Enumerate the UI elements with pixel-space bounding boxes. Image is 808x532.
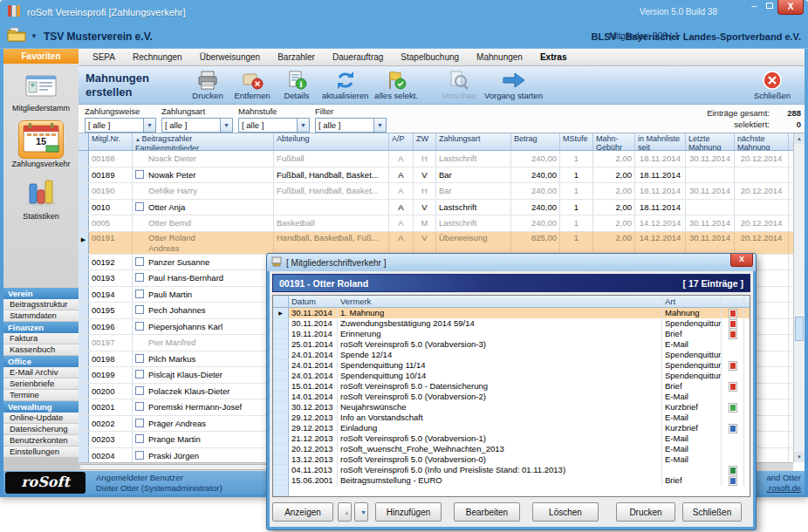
website-link[interactable]: .rosoft.de <box>766 483 801 494</box>
sidebar-item-statistiken[interactable]: Statistiken <box>3 176 79 221</box>
column-header-letzte[interactable]: LetzteMahnung <box>686 133 735 150</box>
sidebar-item-faktura[interactable]: Faktura <box>3 333 79 344</box>
menu-item-rechnungen[interactable]: Rechnungen <box>124 49 191 65</box>
sidebar-item-zahlungsverkehr[interactable]: 15Zahlungsverkehr <box>3 120 79 168</box>
toolbar-button-entfernen[interactable]: Entfernen <box>233 69 271 100</box>
toolbar-button-aktualisieren[interactable]: aktualisieren <box>322 69 368 100</box>
hinzufuegen-button[interactable]: Hinzufügen <box>375 502 442 522</box>
menu-item-barzahler[interactable]: Barzahler <box>269 49 324 65</box>
row-checkbox[interactable] <box>135 386 144 395</box>
row-checkbox[interactable] <box>135 419 144 427</box>
correspondence-row[interactable]: 24.01.2014Spendenquittung 11/14Spendenqu… <box>273 360 750 371</box>
correspondence-row[interactable]: 04.11.2013roSoft Vereinsprofi 5.0 (Info … <box>273 465 750 475</box>
sidebar-item-datensicherung[interactable]: Datensicherung <box>3 424 79 435</box>
drucken-button[interactable]: Drucken <box>616 502 675 522</box>
row-checkbox[interactable] <box>135 402 144 411</box>
sidebar-item-beitragsstruktur[interactable]: Beitragsstruktur <box>3 299 79 310</box>
menu-item-extras[interactable]: Extras <box>531 49 576 65</box>
toolbar-button-alles-selekt[interactable]: alles selekt. <box>374 69 418 100</box>
column-header-mstufe[interactable]: MStufe <box>560 133 593 150</box>
column-header-zw[interactable]: ZW <box>414 133 436 150</box>
table-row[interactable]: 0005Otter BerndBasketballAMLastschrift24… <box>79 215 793 232</box>
column-header-mitgl-nr[interactable]: Mitgl.Nr. <box>89 133 133 150</box>
column-header-nächste[interactable]: nächsteMahnung <box>735 133 789 150</box>
column-header-a-p[interactable]: A/P <box>389 133 414 150</box>
menu-item-überweisungen[interactable]: Überweisungen <box>191 49 270 65</box>
scrollbar-thumb[interactable] <box>795 317 804 341</box>
correspondence-row[interactable]: 29.12.2013EinladungKurzbrief <box>273 423 750 433</box>
sidebar-item-serienbriefe[interactable]: Serienbriefe <box>3 379 79 390</box>
row-checkbox[interactable] <box>135 434 144 443</box>
table-row[interactable]: 00190Oehlke HarryFußball, Handball, Bask… <box>79 183 793 200</box>
filter-zahlungsweise-dropdown[interactable]: [ alle ]▼ <box>85 118 156 133</box>
menu-item-mahnungen[interactable]: Mahnungen <box>468 49 531 65</box>
sidebar-item-stammdaten[interactable]: Stammdaten <box>3 310 79 322</box>
close-window-button[interactable]: X <box>777 0 804 15</box>
toolbar-button-vorgang-starten[interactable]: Vorgang starten <box>484 69 543 100</box>
vertical-scrollbar[interactable]: ▲ ▼ <box>793 133 805 462</box>
row-checkbox[interactable] <box>135 290 144 298</box>
column-header-zahlungsart[interactable]: Zahlungsart <box>436 133 511 150</box>
sort-down-button[interactable]: ▼ <box>354 502 368 522</box>
column-header-abteilung[interactable]: Abteilung <box>274 133 389 150</box>
table-row[interactable]: 00188Noack DieterFußballAHLastschrift240… <box>79 151 793 167</box>
correspondence-row[interactable]: 25.01.2014roSoft Vereinsprofi 5.0 (Vorab… <box>273 339 750 350</box>
filter-zahlungsart-dropdown[interactable]: [ alle ]▼ <box>161 118 233 133</box>
sidebar-item-e-mail-archiv[interactable]: E-Mail Archiv <box>3 367 79 379</box>
sidebar-item-termine[interactable]: Termine <box>3 390 79 401</box>
filter-mahnstufe-dropdown[interactable]: [ alle ]▼ <box>238 118 310 133</box>
row-checkbox[interactable] <box>135 370 144 379</box>
correspondence-row[interactable]: 15.01.2014roSoft Vereinsprofi 5.0 - Date… <box>273 381 750 392</box>
row-checkbox[interactable] <box>135 170 144 179</box>
maximize-button[interactable] <box>762 0 777 13</box>
table-row[interactable]: 0010Otter AnjaAVLastschrift240,0012,0018… <box>79 200 793 216</box>
column-header-in-mahnliste[interactable]: in Mahnlisteseit <box>635 133 686 150</box>
column-header-datum[interactable]: Datum <box>289 296 338 307</box>
bearbeiten-button[interactable]: Bearbeiten <box>454 502 520 522</box>
correspondence-row[interactable]: 19.11.2014ErinnerungBrief <box>273 329 750 339</box>
minimize-button[interactable]: – <box>746 0 762 13</box>
sidebar-item-einstellungen[interactable]: Einstellungen <box>3 447 79 458</box>
schliessen-button[interactable]: Schließen <box>682 502 742 522</box>
toolbar-button-drucken[interactable]: Drucken <box>188 69 227 100</box>
correspondence-row[interactable]: 14.01.2014roSoft Vereinsprofi 5.0 (Vorab… <box>273 392 750 402</box>
sidebar-item-kassenbuch[interactable]: Kassenbuch <box>3 344 79 356</box>
row-checkbox[interactable] <box>135 257 144 266</box>
correspondence-row[interactable]: 13.12.2013roSoft Vereinsprofi 5.0 (Vorab… <box>273 454 750 465</box>
correspondence-row[interactable]: ▶30.11.20141. MahnungMahnung <box>273 308 750 318</box>
correspondence-row[interactable]: 30.12.2013NeujahrswünscheKurzbrief <box>273 402 750 413</box>
correspondence-row[interactable]: 24.01.2014Spendenquittung 10/14Spendenqu… <box>273 371 750 381</box>
folder-icon[interactable] <box>7 27 26 45</box>
menu-item-dauerauftrag[interactable]: Dauerauftrag <box>324 49 392 65</box>
column-header-vermerk[interactable]: Vermerk <box>338 296 662 307</box>
loeschen-button[interactable]: Löschen <box>532 502 599 522</box>
correspondence-row[interactable]: 24.01.2014Spende 12/14Spendenquittung <box>273 350 750 360</box>
sort-up-button[interactable]: ▲ <box>338 502 352 522</box>
correspondence-row[interactable]: 29.12.2013Info an VorstandschaftE-Mail <box>273 413 750 423</box>
sidebar-item-mitgliederstamm[interactable]: Mitgliederstamm <box>3 72 79 113</box>
anzeigen-button[interactable]: Anzeigen <box>272 502 333 522</box>
toolbar-button-schliessen[interactable]: Schließen <box>753 69 791 100</box>
row-checkbox[interactable] <box>135 305 144 314</box>
row-checkbox[interactable] <box>135 451 144 460</box>
table-row[interactable]: ▶00191Otter RolandAndreasHandball, Baske… <box>79 232 793 255</box>
filter-filter-dropdown[interactable]: [ alle ]▼ <box>315 118 387 133</box>
correspondence-row[interactable]: 15.06.2001Beitragsumstellung - EUROBrief <box>273 475 750 486</box>
dialog-close-button[interactable]: X <box>730 254 753 267</box>
sidebar-item-online-update[interactable]: Online-Update <box>3 413 79 424</box>
scroll-up-icon[interactable]: ▲ <box>794 133 805 144</box>
correspondence-row[interactable]: 21.12.2013roSoft Vereinsprofi 5.0 (Vorab… <box>273 433 750 444</box>
row-checkbox[interactable] <box>135 322 144 331</box>
column-header-betrag[interactable]: Betrag <box>511 133 560 150</box>
column-header-beitragszahler[interactable]: ▲ BeitragszahlerFamilienmitglieder <box>133 133 274 150</box>
menu-item-sepa[interactable]: SEPA <box>84 49 124 65</box>
column-header-mahn[interactable]: Mahn-Gebühr <box>593 133 635 150</box>
menu-item-stapelbuchung[interactable]: Stapelbuchung <box>392 49 468 65</box>
chevron-down-icon[interactable]: ▼ <box>31 32 38 40</box>
row-checkbox[interactable] <box>135 202 144 211</box>
column-header-art[interactable]: Art <box>662 296 722 307</box>
scroll-down-icon[interactable]: ▼ <box>794 452 805 462</box>
toolbar-button-details[interactable]: iDetails <box>277 69 316 100</box>
correspondence-row[interactable]: 20.12.2013roSoft_wuenscht_Frohe_Weihnach… <box>273 444 750 454</box>
correspondence-row[interactable]: 30.11.2014Zuwendungsbestätigung 2014 59/… <box>273 318 750 329</box>
